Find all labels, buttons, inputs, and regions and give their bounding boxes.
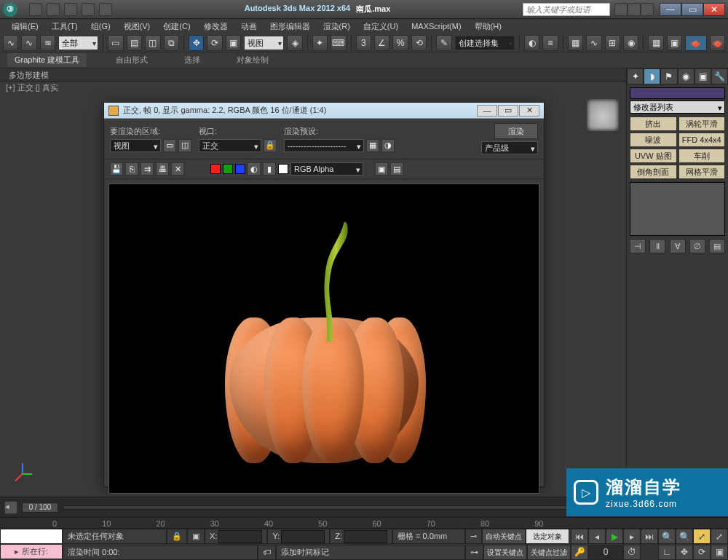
material-editor-icon[interactable]: ◉ <box>623 35 638 51</box>
use-center-icon[interactable]: ◈ <box>287 35 302 51</box>
render-production-icon[interactable]: 🫖 <box>685 35 706 51</box>
show-end-result-icon[interactable]: Ⅱ <box>649 239 665 253</box>
row-label-text[interactable]: 所在行: <box>22 545 48 559</box>
zoom-extents-all-icon[interactable]: ⤢ <box>711 529 728 544</box>
mono-icon[interactable]: ▮ <box>263 162 276 176</box>
viewcube-icon[interactable] <box>587 99 619 131</box>
help-search-input[interactable]: 输入关键字或短语 <box>523 3 610 16</box>
bg-swatch-icon[interactable] <box>278 164 288 174</box>
render-setup-icon[interactable]: ▦ <box>648 35 663 51</box>
help-icon[interactable] <box>641 3 654 16</box>
minimize-button[interactable]: — <box>660 3 681 16</box>
menu-group[interactable]: 组(G) <box>85 20 116 33</box>
mod-noise-button[interactable]: 噪波 <box>630 133 677 147</box>
menu-help[interactable]: 帮助(H) <box>469 20 507 33</box>
star-icon[interactable] <box>628 3 641 16</box>
menu-customize[interactable]: 自定义(U) <box>357 20 404 33</box>
toggle-ui-icon[interactable]: ▤ <box>390 162 403 176</box>
snap-toggle-icon[interactable]: 3 <box>356 35 371 51</box>
schematic-view-icon[interactable]: ⊞ <box>605 35 620 51</box>
object-color-swatch[interactable] <box>630 87 725 99</box>
max-toggle-icon[interactable]: ▣ <box>711 545 728 560</box>
set-key-button[interactable]: 设置关键点 <box>483 545 527 560</box>
key-filters-button[interactable]: 关键点过滤器... <box>527 545 571 560</box>
link-icon[interactable]: ∿ <box>3 35 18 51</box>
save-image-icon[interactable]: 💾 <box>110 162 123 176</box>
current-frame-input[interactable]: 0 <box>588 545 623 560</box>
ribbon-tab-graphite[interactable]: Graphite 建模工具 <box>7 53 87 67</box>
field-of-view-icon[interactable]: ∟ <box>658 545 676 560</box>
menu-create[interactable]: 创建(C) <box>157 20 196 33</box>
render-setup-small-icon[interactable]: ▦ <box>366 139 379 152</box>
named-sel-dropdown[interactable]: 创建选择集 <box>455 36 515 50</box>
qat-redo-icon[interactable] <box>99 3 112 16</box>
manipulate-icon[interactable]: ✦ <box>312 35 328 51</box>
mod-bevelprofile-button[interactable]: 倒角剖面 <box>630 165 677 179</box>
remove-mod-icon[interactable]: ∅ <box>689 239 705 253</box>
render-min-button[interactable]: — <box>477 105 497 117</box>
render-preset-dropdown[interactable]: ---------------------- <box>284 139 364 152</box>
mod-turbosmooth-button[interactable]: 涡轮平滑 <box>678 117 726 131</box>
modifier-list-dropdown[interactable]: 修改器列表 <box>630 100 725 114</box>
make-unique-icon[interactable]: ∀ <box>670 239 686 253</box>
next-frame-icon[interactable]: ▸ <box>623 529 641 544</box>
script-mini-listener[interactable] <box>0 529 63 544</box>
select-rotate-icon[interactable]: ⟳ <box>207 35 222 51</box>
z-coord-input[interactable] <box>344 530 387 543</box>
x-coord-input[interactable] <box>218 530 262 543</box>
alpha-icon[interactable]: ◐ <box>248 162 261 176</box>
time-config-icon[interactable]: ◂ <box>4 501 17 514</box>
menu-grapheditors[interactable]: 图形编辑器 <box>264 20 316 33</box>
key-mode-icon[interactable]: ⊸ <box>465 529 482 544</box>
menu-view[interactable]: 视图(V) <box>118 20 157 33</box>
render-max-button[interactable]: ▭ <box>498 105 518 117</box>
lock-viewport-icon[interactable]: 🔒 <box>264 139 277 152</box>
menu-render[interactable]: 渲染(R) <box>317 20 356 33</box>
layer-manager-icon[interactable]: ▦ <box>568 35 583 51</box>
menu-animation[interactable]: 动画 <box>235 20 263 33</box>
menu-edit[interactable]: 编辑(E) <box>6 20 44 33</box>
cmd-tab-modify-icon[interactable]: ◗ <box>644 68 660 84</box>
time-slider-thumb[interactable]: 0 / 100 <box>22 502 58 513</box>
edit-region-icon[interactable]: ▭ <box>163 139 176 152</box>
infocenter-icon[interactable] <box>614 3 628 16</box>
render-close-button[interactable]: ✕ <box>519 105 539 117</box>
qat-undo-icon[interactable] <box>82 3 95 16</box>
lock-selection-icon[interactable]: 🔒 <box>167 529 187 544</box>
mod-lathe-button[interactable]: 车削 <box>678 149 726 163</box>
zoom-icon[interactable]: 🔍 <box>658 529 676 544</box>
add-time-tag-button[interactable]: 添加时间标记 <box>276 545 465 560</box>
cmd-tab-hierarchy-icon[interactable]: ⚑ <box>660 68 677 84</box>
pan-icon[interactable]: ✥ <box>676 545 693 560</box>
channel-red-icon[interactable] <box>210 164 221 174</box>
channel-green-icon[interactable] <box>223 164 233 174</box>
close-button[interactable]: ✕ <box>703 3 725 16</box>
timeline-ruler[interactable]: 0 10 20 30 40 50 60 70 80 90 <box>0 517 728 529</box>
menu-maxscript[interactable]: MAXScript(M) <box>405 21 467 31</box>
render-button[interactable]: 渲染 <box>494 123 538 139</box>
play-icon[interactable]: ▶ <box>606 529 623 544</box>
window-crossing-icon[interactable]: ⧉ <box>164 35 179 51</box>
modifier-stack-list[interactable] <box>630 182 725 236</box>
orbit-icon[interactable]: ⟳ <box>693 545 711 560</box>
cmd-tab-create-icon[interactable]: ✦ <box>627 68 644 84</box>
keyboard-shortcut-icon[interactable]: ⌨ <box>331 35 346 51</box>
cmd-tab-utilities-icon[interactable]: 🔧 <box>711 68 728 84</box>
prev-frame-icon[interactable]: ◂ <box>588 529 606 544</box>
mirror-icon[interactable]: ◐ <box>524 35 539 51</box>
qat-open-icon[interactable] <box>47 3 60 16</box>
app-logo-icon[interactable]: ③ <box>3 2 17 17</box>
render-window-titlebar[interactable]: 正交, 帧 0, 显示 gamma: 2.2, RGBA 颜色 16 位/通道 … <box>104 103 544 119</box>
channel-dropdown[interactable]: RGB Alpha <box>290 162 363 176</box>
key-mode-toggle-icon[interactable]: 🔑 <box>571 545 588 560</box>
ref-coord-dropdown[interactable]: 视图 <box>244 36 284 50</box>
selection-filter-dropdown[interactable]: 全部 <box>58 36 98 50</box>
viewport-area[interactable]: 正交, 帧 0, 显示 gamma: 2.2, RGBA 颜色 16 位/通道 … <box>0 93 728 491</box>
zoom-all-icon[interactable]: 🔍 <box>676 529 693 544</box>
select-scale-icon[interactable]: ▣ <box>226 35 241 51</box>
configure-sets-icon[interactable]: ▤ <box>709 239 725 253</box>
ribbon-tab-freeform[interactable]: 自由形式 <box>108 53 155 67</box>
pin-stack-icon[interactable]: ⊣ <box>630 239 646 253</box>
render-iterative-icon[interactable]: 🫖 <box>710 35 725 51</box>
y-coord-input[interactable] <box>281 530 325 543</box>
